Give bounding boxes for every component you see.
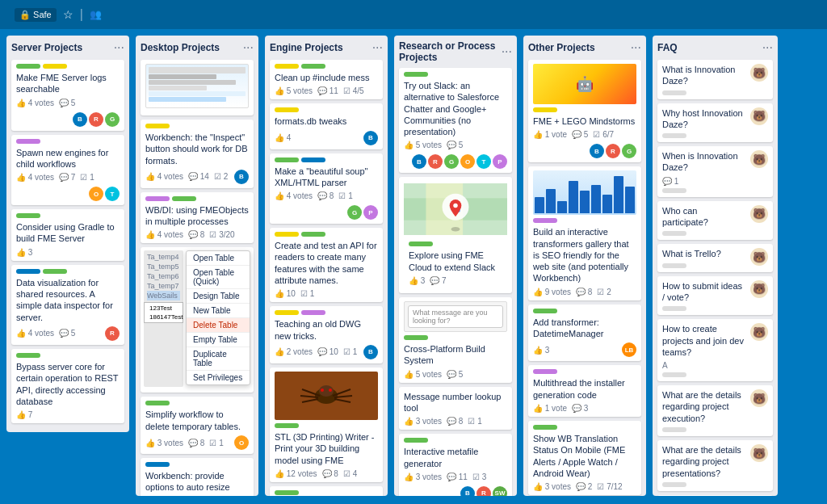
list-item[interactable]: formats.db tweaks 👍 4B	[270, 103, 383, 149]
avatar: SW	[493, 486, 507, 496]
list-item[interactable]: Who can participate? 🐻	[657, 201, 773, 241]
menu-set-privileges[interactable]: Set Privileges	[187, 371, 250, 384]
list-item[interactable]: What about administrative details? 🐻	[657, 495, 773, 496]
list-item[interactable]: When is Innovation Daze? 💬 1 🐻	[657, 146, 773, 197]
card-label	[16, 353, 40, 358]
card-votes: 👍 10	[275, 289, 296, 298]
card-title: Make FME Server logs searchable	[16, 72, 120, 95]
menu-new-table[interactable]: New Table	[187, 304, 250, 318]
card-title: Cross-Platform Build System	[404, 343, 507, 367]
list-item[interactable]: Interactive metafile generator 👍 3 votes…	[399, 434, 512, 496]
list-item[interactable]: Clean up #include mess 👍 5 votes💬 11☑ 4/…	[270, 60, 383, 99]
avatar: B	[460, 486, 475, 496]
card-comments: 💬 2	[576, 482, 592, 491]
list-item[interactable]: Make a "beautiful soup" XML/HTML parser …	[270, 153, 383, 225]
column-title: Engine Projects	[270, 42, 343, 53]
card-comments: 💬 10	[317, 347, 338, 356]
card-title: formats.db tweaks	[275, 116, 378, 127]
list-item[interactable]: Spawn new engines for child workflows 👍 …	[11, 135, 124, 206]
list-item[interactable]: Workbench: the "Inspect" button should w…	[141, 120, 254, 188]
file-list: Ta_temp4 Ta_temp5 Ta_temp6 Ta_temp7 WebS…	[144, 250, 183, 302]
card-votes: 👍 7	[16, 410, 32, 419]
list-item[interactable]: Create and test an API for readers to cr…	[270, 228, 383, 302]
card-votes: 👍 4 votes	[145, 230, 183, 239]
card-accumulator[interactable]: Build an interactive transformers galler…	[528, 166, 641, 300]
card-gmaps[interactable]: G Explore using FME Cloud to extend Slac…	[399, 177, 512, 293]
column-menu-button[interactable]: ···	[372, 40, 383, 55]
star-icon[interactable]: ☆	[63, 8, 73, 21]
column-menu-button[interactable]: ···	[243, 40, 254, 55]
card-title: Message number lookup tool	[404, 391, 507, 414]
list-item[interactable]: What is Trello? 🐻	[657, 244, 773, 271]
column-menu-button[interactable]: ···	[631, 40, 641, 55]
list-item[interactable]: Consider using Gradle to build FME Serve…	[11, 209, 124, 261]
card-spider[interactable]: STL (3D Printing) Writer - Print your 3D…	[270, 368, 383, 482]
card-votes: 👍 5 votes	[404, 141, 442, 149]
list-item[interactable]: Try out Slack: an alternative to Salesfo…	[399, 68, 512, 173]
menu-duplicate-table[interactable]: Duplicate Table	[187, 347, 250, 371]
list-item[interactable]: Message number lookup tool 👍 3 votes💬 8☑…	[399, 387, 512, 430]
list-item[interactable]: WB/DI: using FMEObjects in multiple proc…	[141, 192, 254, 244]
card-title: Workbench: the "Inspect" button should w…	[145, 132, 249, 166]
list-item[interactable]: Bypass server core for certain operation…	[11, 349, 124, 423]
list-item[interactable]: What is Innovation Daze? 🐻	[657, 60, 773, 99]
card-label	[275, 490, 299, 495]
menu-open-table[interactable]: Open Table	[187, 251, 250, 266]
list-item[interactable]: Simplify workflow to delete temporary ta…	[141, 397, 254, 454]
list-item[interactable]: How to submit ideas / vote? 🐻	[657, 276, 773, 316]
card-screenshot[interactable]	[141, 60, 254, 116]
card-title: Create and test an API for readers to cr…	[275, 240, 378, 286]
card-title: Add transformer: DatetimeManager	[533, 317, 636, 340]
list-item[interactable]: Multivariate data analysis	[270, 486, 383, 496]
column-menu-button[interactable]: ···	[502, 44, 512, 59]
list-item[interactable]: What are the details regarding project e…	[657, 385, 773, 436]
avatar: R	[105, 326, 120, 341]
menu-open-quick[interactable]: Open Table (Quick)	[187, 266, 250, 289]
card-lego[interactable]: 🤖 FME + LEGO Mindstorms 👍 1 vote 💬 5 ☑ 6…	[528, 60, 641, 162]
menu-delete-table[interactable]: Delete Table	[187, 318, 250, 333]
card-label	[172, 196, 196, 201]
board: Server Projects ··· Make FME Server logs…	[0, 29, 827, 504]
card-menu[interactable]: Ta_temp4 Ta_temp5 Ta_temp6 Ta_temp7 WebS…	[141, 247, 254, 393]
column-menu-button[interactable]: ···	[114, 40, 124, 55]
card-searchbox[interactable]: What message are you looking for? Cross-…	[399, 297, 512, 383]
list-item[interactable]: Make FME Server logs searchable 👍 4 vote…	[11, 60, 124, 131]
card-title: Spawn new engines for child workflows	[16, 147, 120, 170]
search-placeholder: What message are you looking for?	[408, 305, 503, 328]
card-title: Try out Slack: an alternative to Salesfo…	[404, 80, 507, 137]
card-label	[533, 309, 557, 313]
card-votes: 👍 5 votes	[404, 370, 442, 379]
list-item[interactable]: Teaching an old DWG new tricks. 👍 2 vote…	[270, 306, 383, 363]
card-label	[662, 231, 686, 236]
card-label	[533, 107, 557, 112]
menu-design-table[interactable]: Design Table	[187, 289, 250, 304]
list-item[interactable]: How to create projects and join dev team…	[657, 319, 773, 381]
card-comments: 💬 5	[59, 329, 75, 338]
card-title: Make a "beautiful soup" XML/HTML parser	[275, 166, 378, 189]
column-menu-button[interactable]: ···	[762, 40, 773, 55]
list-item[interactable]: Show WB Translation Status On Mobile (FM…	[528, 421, 641, 495]
list-item[interactable]: Data visualization for shared resources.…	[11, 265, 124, 345]
safe-badge[interactable]: 🔒 Safe	[15, 8, 57, 22]
card-label	[662, 306, 686, 311]
card-title: Build an interactive transformers galler…	[533, 226, 636, 284]
menu-empty-table[interactable]: Empty Table	[187, 333, 250, 347]
avatar: P	[493, 154, 507, 169]
card-extra: ☑ 4	[343, 469, 357, 478]
avatar: R	[428, 154, 443, 169]
list-item[interactable]: What are the details regarding project p…	[657, 440, 773, 491]
context-menu[interactable]: Open Table Open Table (Quick) Design Tab…	[186, 250, 250, 385]
list-item[interactable]: Workbench: provide options to auto resiz…	[141, 458, 254, 496]
card-votes: 👍 4	[275, 133, 291, 142]
column-title: FAQ	[657, 42, 678, 53]
list-item[interactable]: Why host Innovation Daze? 🐻	[657, 103, 773, 143]
avatar: B	[363, 345, 378, 359]
avatar: B	[73, 112, 87, 127]
card-label	[275, 158, 299, 162]
list-item[interactable]: Multithread the installer generation cod…	[528, 365, 641, 417]
card-title: Bypass server core for certain operation…	[16, 361, 120, 407]
card-title: Multithread the installer generation cod…	[533, 377, 636, 401]
card-title: Show WB Translation Status On Mobile (FM…	[533, 433, 636, 479]
list-item[interactable]: Add transformer: DatetimeManager 👍 3LB	[528, 304, 641, 362]
card-votes: 👍 3 votes	[145, 439, 183, 447]
